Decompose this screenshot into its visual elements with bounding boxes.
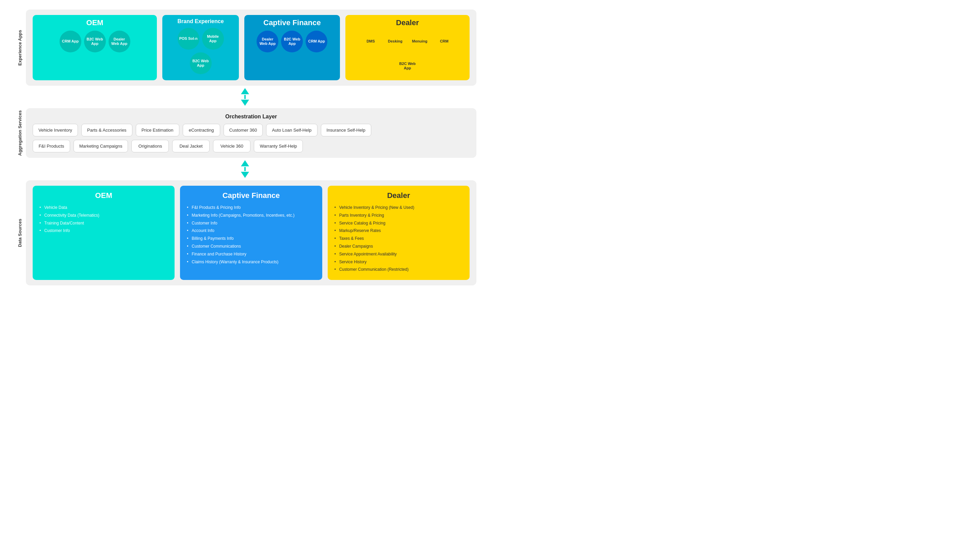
captive-column: Captive Finance Dealer Web App B2C Web A… [244, 15, 340, 80]
service-marketing-campaigns: Marketing Campaigns [73, 140, 128, 152]
service-warranty: Warranty Self-Help [254, 140, 302, 152]
circle-b2c-web-app-oem: B2C Web App [84, 31, 106, 52]
data-captive-item-5: Billing & Payments Info [187, 236, 315, 241]
arrow-down-1 [241, 100, 249, 106]
data-captive-title: Captive Finance [187, 191, 315, 200]
arrow-up-2 [241, 160, 249, 166]
service-row-2: F&I Products Marketing Campaigns Origina… [33, 140, 469, 152]
data-oem-column: OEM Vehicle Data Connectivity Data (Tele… [33, 186, 175, 280]
service-econtracting: eContracting [183, 124, 220, 136]
experience-apps-inner: OEM CRM App B2C Web App Dealer Web App B… [33, 15, 469, 80]
circle-pos-soln: POS Sol-n [178, 28, 199, 50]
service-grid: Vehicle Inventory Parts & Accessories Pr… [33, 124, 469, 152]
arrow-down-2 [241, 172, 249, 178]
main-container: Experience Apps OEM CRM App B2C Web App … [0, 0, 490, 295]
circle-desking: Desking [384, 31, 406, 52]
data-oem-item-1: Vehicle Data [40, 205, 168, 211]
service-originations: Originations [131, 140, 169, 152]
arrow-line-1 [244, 95, 246, 99]
oem-title: OEM [86, 18, 103, 27]
double-arrow-1 [241, 88, 249, 106]
service-fi-products: F&I Products [33, 140, 70, 152]
data-sources-section: Data Sources OEM Vehicle Data Connectivi… [14, 178, 476, 288]
service-customer-360: Customer 360 [224, 124, 263, 136]
circle-dealer-web-app-captive: Dealer Web App [256, 31, 278, 52]
captive-title: Captive Finance [263, 18, 321, 27]
circle-dms: DMS [360, 31, 382, 52]
brand-column: Brand Experience POS Sol-n Mobile App B2… [162, 15, 239, 80]
oem-column: OEM CRM App B2C Web App Dealer Web App [33, 15, 157, 80]
data-dealer-item-5: Taxes & Fees [334, 236, 463, 241]
circle-crm-app: CRM App [60, 31, 81, 52]
data-dealer-item-3: Service Catalog & Pricing [334, 221, 463, 226]
service-vehicle-360: Vehicle 360 [213, 140, 250, 152]
data-oem-item-4: Customer Info [40, 228, 168, 234]
brand-title: Brand Experience [178, 18, 224, 24]
brand-circles: POS Sol-n Mobile App B2C Web App [167, 28, 234, 74]
data-dealer-item-7: Service Appointment Availability [334, 251, 463, 257]
service-vehicle-inventory: Vehicle Inventory [33, 124, 78, 136]
orch-title: Orchestration Layer [33, 114, 469, 120]
service-price-estimation: Price Estimation [136, 124, 179, 136]
data-captive-item-3: Customer Info [187, 221, 315, 226]
service-deal-jacket: Deal Jacket [172, 140, 210, 152]
arrow-1 [14, 89, 476, 105]
data-captive-item-8: Claims History (Warranty & Insurance Pro… [187, 259, 315, 265]
circle-mobile-app: Mobile App [202, 28, 224, 50]
data-sources-label: Data Sources [14, 178, 26, 288]
data-dealer-item-2: Parts Inventory & Pricing [334, 213, 463, 218]
data-dealer-title: Dealer [334, 191, 463, 200]
data-dealer-item-6: Dealer Campaigns [334, 244, 463, 249]
circle-crm-dealer: CRM [433, 31, 455, 52]
data-dealer-item-4: Markup/Reserve Rates [334, 228, 463, 234]
experience-apps-label: Experience Apps [14, 7, 26, 89]
circle-crm-app-captive: CRM App [305, 31, 327, 52]
data-dealer-item-8: Service History [334, 259, 463, 265]
circle-menuing: Menuing [409, 31, 430, 52]
data-captive-item-2: Marketing Info (Campaigns, Promotions, I… [187, 213, 315, 218]
dealer-column: Dealer DMS Desking Menuing CRM B2C Web A… [345, 15, 469, 80]
data-captive-item-7: Finance and Purchase History [187, 251, 315, 257]
dealer-title: Dealer [396, 18, 419, 27]
aggregation-section: Aggregation Services Orchestration Layer… [14, 105, 476, 160]
dealer-circles: DMS Desking Menuing CRM B2C Web App [350, 31, 465, 77]
experience-apps-content: OEM CRM App B2C Web App Dealer Web App B… [26, 10, 476, 86]
data-dealer-list: Vehicle Inventory & Pricing (New & Used)… [334, 205, 463, 273]
data-dealer-item-9: Customer Communication (Restricted) [334, 267, 463, 273]
data-sources-content: OEM Vehicle Data Connectivity Data (Tele… [26, 180, 476, 286]
data-oem-item-3: Training Data/Content [40, 221, 168, 226]
data-captive-item-4: Account Info [187, 228, 315, 234]
data-dealer-item-1: Vehicle Inventory & Pricing (New & Used) [334, 205, 463, 211]
data-captive-list: F&I Products & Pricing Info Marketing In… [187, 205, 315, 265]
experience-apps-section: Experience Apps OEM CRM App B2C Web App … [14, 7, 476, 89]
data-captive-item-1: F&I Products & Pricing Info [187, 205, 315, 211]
circle-dealer-web-app-oem: Dealer Web App [108, 31, 130, 52]
circle-b2c-web-app-dealer: B2C Web App [396, 55, 418, 77]
aggregation-content: Orchestration Layer Vehicle Inventory Pa… [26, 108, 476, 158]
data-captive-item-6: Customer Communications [187, 244, 315, 249]
service-parts-accessories: Parts & Accessories [81, 124, 132, 136]
circle-b2c-web-app-brand: B2C Web App [190, 52, 212, 74]
circle-b2c-web-app-captive: B2C Web App [281, 31, 303, 52]
aggregation-label: Aggregation Services [14, 105, 26, 160]
arrow-up-1 [241, 88, 249, 94]
double-arrow-2 [241, 160, 249, 178]
service-row-1: Vehicle Inventory Parts & Accessories Pr… [33, 124, 469, 136]
data-oem-list: Vehicle Data Connectivity Data (Telemati… [40, 205, 168, 234]
data-dealer-column: Dealer Vehicle Inventory & Pricing (New … [328, 186, 469, 280]
service-insurance: Insurance Self-Help [321, 124, 371, 136]
oem-circles: CRM App B2C Web App Dealer Web App [60, 31, 130, 52]
captive-circles: Dealer Web App B2C Web App CRM App [256, 31, 327, 52]
data-oem-title: OEM [40, 191, 168, 200]
data-sources-inner: OEM Vehicle Data Connectivity Data (Tele… [33, 186, 469, 280]
data-oem-item-2: Connectivity Data (Telematics) [40, 213, 168, 218]
arrow-2 [14, 160, 476, 178]
data-captive-column: Captive Finance F&I Products & Pricing I… [180, 186, 322, 280]
service-auto-loan: Auto Loan Self-Help [266, 124, 317, 136]
arrow-line-2 [244, 167, 246, 171]
